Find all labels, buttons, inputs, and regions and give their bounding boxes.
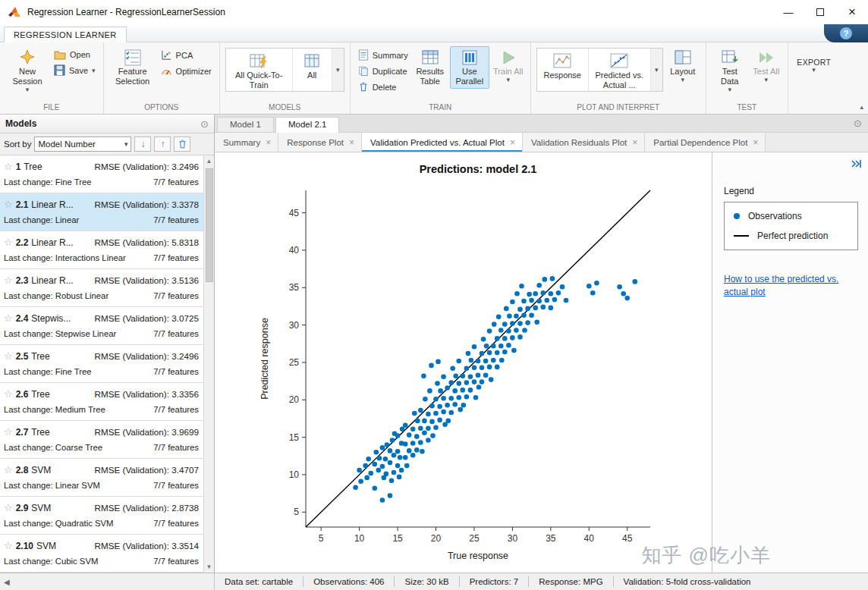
tab-regression-learner[interactable]: REGRESSION LEARNER xyxy=(4,27,127,42)
figure-tab-label: Partial Dependence Plot xyxy=(653,138,747,147)
favorite-star-icon[interactable]: ☆ xyxy=(4,350,13,362)
how-to-use-link[interactable]: How to use the predicted vs. actual plot xyxy=(724,273,858,300)
minimize-button[interactable]: — xyxy=(772,0,804,24)
favorite-star-icon[interactable]: ☆ xyxy=(4,426,13,438)
model-type: Tree xyxy=(31,389,91,400)
legend-item-observations: Observations xyxy=(734,211,848,221)
model-card-row-1: ☆2.5TreeRMSE (Validation): 3.2496 xyxy=(4,348,199,364)
document-options-icon[interactable]: ⊙ xyxy=(854,118,862,129)
model-id: 2.5 xyxy=(16,351,29,362)
gallery-item-all-quick-to-train[interactable]: All Quick-To-Train xyxy=(226,49,293,91)
model-list-item[interactable]: ☆1TreeRMSE (Validation): 3.2496Last chan… xyxy=(0,155,203,193)
results-table-icon xyxy=(421,49,439,67)
figure-tab[interactable]: Summary× xyxy=(215,133,278,152)
model-card-row-2: Last change: Robust Linear7/7 features xyxy=(4,288,199,303)
model-rmse: RMSE (Validation): 3.3356 xyxy=(94,389,199,399)
models-gallery-expand-button[interactable]: ▾ xyxy=(332,49,344,91)
pca-button[interactable]: PCA xyxy=(159,49,214,61)
model-list-item[interactable]: ☆2.4Stepwis...RMSE (Validation): 3.0725L… xyxy=(0,307,203,345)
model-card-row-1: ☆2.7TreeRMSE (Validation): 3.9699 xyxy=(4,424,199,440)
close-tab-icon[interactable]: × xyxy=(510,137,515,148)
figure-tab[interactable]: Validation Predicted vs. Actual Plot× xyxy=(362,133,523,152)
figure-tab[interactable]: Response Plot× xyxy=(278,133,362,152)
help-button[interactable]: ? xyxy=(840,27,852,39)
test-all-button[interactable]: Test All ▾ xyxy=(750,46,782,86)
delete-button[interactable]: Delete xyxy=(356,80,410,93)
favorite-star-icon[interactable]: ☆ xyxy=(4,312,13,324)
new-session-label: New Session xyxy=(7,67,48,86)
collapse-panel-icon[interactable]: ◀ xyxy=(4,578,10,586)
model-list-scrollbar[interactable]: ▲ ▼ xyxy=(203,155,214,573)
dock-figure-icon[interactable] xyxy=(851,158,863,169)
model-list-item[interactable]: ☆2.6TreeRMSE (Validation): 3.3356Last ch… xyxy=(0,383,203,421)
maximize-button[interactable] xyxy=(804,0,836,24)
collapse-ribbon-icon[interactable]: ▴ xyxy=(860,103,863,111)
plot-gallery-expand-button[interactable]: ▾ xyxy=(651,49,662,91)
use-parallel-button[interactable]: Use Parallel xyxy=(450,46,489,89)
model-list-item[interactable]: ☆2.8SVMRMSE (Validation): 3.4707Last cha… xyxy=(0,459,203,497)
layout-button[interactable]: Layout ▾ xyxy=(665,46,700,86)
model-list-item[interactable]: ☆2.9SVMRMSE (Validation): 2.8738Last cha… xyxy=(0,497,203,535)
model-list-item[interactable]: ☆2.2Linear R...RMSE (Validation): 5.8318… xyxy=(0,231,203,269)
scrollbar-thumb[interactable] xyxy=(206,168,213,282)
model-list-item[interactable]: ☆2.10SVMRMSE (Validation): 3.3514Last ch… xyxy=(0,535,203,573)
figure-tab[interactable]: Validation Residuals Plot× xyxy=(523,133,645,152)
close-tab-icon[interactable]: × xyxy=(349,137,354,148)
panel-options-icon[interactable]: ⊙ xyxy=(200,118,209,130)
sort-ascending-button[interactable]: ↑ xyxy=(154,137,171,152)
figure-tab[interactable]: Partial Dependence Plot× xyxy=(645,133,766,152)
scroll-up-icon[interactable]: ▲ xyxy=(206,155,212,167)
x-tick-label: 40 xyxy=(583,533,594,544)
gallery-item-all[interactable]: All xyxy=(293,49,332,91)
model-rmse: RMSE (Validation): 3.4707 xyxy=(94,465,199,475)
model-list-item[interactable]: ☆2.3Linear R...RMSE (Validation): 3.5136… xyxy=(0,269,203,307)
gallery-item-response[interactable]: Response xyxy=(537,49,589,91)
model-features: 7/7 features xyxy=(153,519,199,528)
summary-button[interactable]: Summary xyxy=(356,49,410,61)
favorite-star-icon[interactable]: ☆ xyxy=(4,237,13,248)
close-tab-icon[interactable]: × xyxy=(632,137,637,148)
model-features: 7/7 features xyxy=(153,291,199,300)
save-button[interactable]: Save ▾ xyxy=(52,64,98,77)
model-list-item[interactable]: ☆2.7TreeRMSE (Validation): 3.9699Last ch… xyxy=(0,421,203,459)
favorite-star-icon[interactable]: ☆ xyxy=(4,540,13,551)
y-tick-label: 25 xyxy=(288,357,299,368)
x-tick-label: 10 xyxy=(354,533,364,544)
test-data-button[interactable]: Test Data ▾ xyxy=(712,46,748,96)
export-button[interactable]: EXPORT ▾ xyxy=(794,46,835,76)
model-list-item[interactable]: ☆2.5TreeRMSE (Validation): 3.2496Last ch… xyxy=(0,345,203,383)
close-tab-icon[interactable]: × xyxy=(266,137,271,148)
favorite-star-icon[interactable]: ☆ xyxy=(4,161,13,172)
duplicate-button[interactable]: Duplicate xyxy=(356,64,410,77)
sort-by-select[interactable]: Model Number ▾ xyxy=(34,137,131,152)
perfect-prediction-marker-icon xyxy=(734,235,749,237)
new-session-button[interactable]: New Session ▾ xyxy=(5,46,49,96)
favorite-star-icon[interactable]: ☆ xyxy=(4,464,13,475)
favorite-star-icon[interactable]: ☆ xyxy=(4,388,13,400)
save-icon xyxy=(54,64,65,76)
results-table-button[interactable]: Results Table xyxy=(413,46,448,89)
model-list-item[interactable]: ☆2.1Linear R...RMSE (Validation): 3.3378… xyxy=(0,193,203,231)
close-tab-icon[interactable]: × xyxy=(753,137,758,148)
sort-descending-button[interactable]: ↓ xyxy=(134,137,151,152)
pca-icon xyxy=(161,49,172,61)
scroll-down-icon[interactable]: ▼ xyxy=(206,561,212,573)
favorite-star-icon[interactable]: ☆ xyxy=(4,275,13,286)
gallery-item-predicted-vs-actual[interactable]: Predicted vs. Actual ... xyxy=(589,49,651,91)
feature-selection-button[interactable]: Feature Selection xyxy=(109,46,156,89)
delete-trash-icon xyxy=(358,81,369,93)
optimizer-button[interactable]: Optimizer xyxy=(159,64,214,77)
chevron-down-icon: ▾ xyxy=(506,77,510,83)
legend-item-perfect-prediction: Perfect prediction xyxy=(734,231,848,241)
document-tab[interactable]: Model 1 xyxy=(217,117,274,132)
close-button[interactable]: × xyxy=(836,0,868,24)
model-type: Tree xyxy=(31,351,91,362)
favorite-star-icon[interactable]: ☆ xyxy=(4,199,13,210)
document-tab[interactable]: Model 2.1 xyxy=(275,117,340,133)
favorite-star-icon[interactable]: ☆ xyxy=(4,502,13,513)
train-all-button[interactable]: Train All ▾ xyxy=(492,46,525,86)
use-parallel-icon xyxy=(461,49,479,67)
figure-tab-label: Response Plot xyxy=(287,138,344,147)
open-button[interactable]: Open xyxy=(52,49,98,61)
delete-model-button[interactable] xyxy=(174,137,190,152)
